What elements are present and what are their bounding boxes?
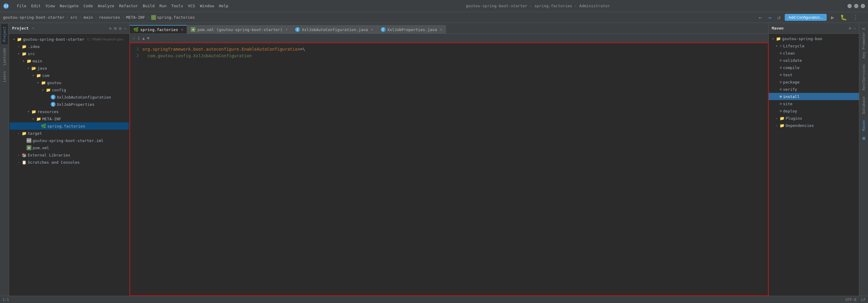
tree-item-resources[interactable]: ▾ 📁 resources: [10, 108, 129, 115]
maven-m-tab[interactable]: m: [860, 134, 868, 142]
tab-xxljob-config[interactable]: C XxlJobAutoConfiguration.java ✕: [291, 25, 377, 33]
tab-label-xxljobconfig: XxlJobAutoConfiguration.java: [302, 27, 368, 32]
breadcrumb-item-0[interactable]: goutou-spring-boot-starter: [3, 15, 65, 20]
maven-label-compile: compile: [783, 65, 800, 70]
folder-icon-target: 📁: [22, 131, 27, 136]
tree-item-root[interactable]: ▾ 📁 goutou-spring-boot-starter C:\MyWork…: [10, 36, 129, 43]
scroll-down-icon[interactable]: ▼: [147, 36, 149, 40]
menu-window[interactable]: Window: [200, 4, 214, 8]
chevron-metainf: ▾: [31, 117, 35, 121]
panel-minimize-icon[interactable]: —: [124, 26, 126, 31]
tree-item-main[interactable]: ▾ 📁 main: [10, 57, 129, 65]
tab-label-xxljobprops: XxlJobProperties.java: [388, 27, 437, 32]
menu-view[interactable]: View: [45, 4, 55, 8]
back-button[interactable]: ←: [757, 13, 764, 21]
maven-item-compile[interactable]: ⚙ compile: [769, 64, 859, 71]
tab-close-factories[interactable]: ✕: [181, 27, 183, 32]
rest-services-tab[interactable]: RestServices: [861, 62, 867, 93]
tree-item-src[interactable]: ▾ 📁 src: [10, 50, 129, 57]
refresh-button[interactable]: ↺: [775, 13, 782, 21]
breadcrumb-item-5[interactable]: spring.factories: [157, 15, 195, 20]
forward-button[interactable]: →: [766, 13, 773, 21]
maven-item-plugins[interactable]: › 📁 Plugins: [769, 114, 859, 122]
key-promoter-tab[interactable]: Key Promoter X: [861, 25, 867, 61]
menu-file[interactable]: File: [17, 4, 26, 8]
maximize-button[interactable]: □: [854, 4, 858, 8]
minimize-button[interactable]: —: [847, 4, 852, 8]
tree-item-extlibs[interactable]: › 📚 External Libraries: [10, 152, 129, 159]
debug-button[interactable]: 🐛: [838, 13, 849, 21]
menu-edit[interactable]: Edit: [31, 4, 40, 8]
maven-label-site: site: [783, 102, 792, 106]
file-tree: ▾ 📁 goutou-spring-boot-starter C:\MyWork…: [9, 34, 129, 296]
tree-item-com[interactable]: ▾ 📁 com: [10, 72, 129, 79]
panel-settings-icon[interactable]: ⚙: [119, 26, 121, 31]
maven-item-root[interactable]: ▾ 📁 goutou-spring-boo: [769, 35, 859, 42]
tree-item-springfactories[interactable]: 🌿 spring.factories: [10, 123, 129, 130]
tree-item-target[interactable]: › 📁 target: [10, 130, 129, 137]
maven-tab-right[interactable]: Maven: [861, 117, 867, 133]
tree-item-iml[interactable]: iml goutou-spring-boot-starter.iml: [10, 137, 129, 144]
tree-item-config[interactable]: ▾ 📁 config: [10, 86, 129, 94]
breadcrumb-item-2[interactable]: main: [84, 15, 93, 20]
tree-item-scratches[interactable]: › 📋 Scratches and Consoles: [10, 159, 129, 166]
learn-tab-left[interactable]: Learn: [1, 69, 8, 85]
maven-item-dependencies[interactable]: › 📁 Dependencies: [769, 122, 859, 129]
maven-item-deploy[interactable]: ⚙ deploy: [769, 107, 859, 114]
leetcode-tab-left[interactable]: Leetcode: [1, 45, 8, 68]
breadcrumb-item-1[interactable]: src: [70, 15, 77, 20]
maven-item-clean[interactable]: ⚙ clean: [769, 49, 859, 57]
maven-item-verify[interactable]: ⚙ verify: [769, 86, 859, 93]
tree-item-xxljobconfig[interactable]: C XxlJobAutoConfiguration: [10, 94, 129, 101]
maven-item-validate[interactable]: ⚙ validate: [769, 57, 859, 64]
breadcrumb-sep-1: ›: [79, 15, 82, 20]
tree-label-src: src: [28, 52, 35, 56]
maven-minimize-icon[interactable]: —: [854, 26, 856, 30]
close-button[interactable]: ✕: [861, 4, 865, 8]
tree-item-xxljobprops[interactable]: C XxlJobProperties: [10, 101, 129, 108]
maven-item-site[interactable]: ⚙ site: [769, 100, 859, 107]
tree-item-goutou[interactable]: ▾ 📁 goutou: [10, 79, 129, 86]
run-button[interactable]: ▶: [829, 13, 836, 21]
database-tab[interactable]: Database: [861, 94, 867, 116]
collapse-all-icon[interactable]: ⊞: [114, 26, 117, 31]
maven-item-package[interactable]: ⚙ package: [769, 78, 859, 86]
tab-pom-xml[interactable]: m pom.xml (goutou-spring-boot-starter) ✕: [187, 25, 291, 33]
locate-in-project-icon[interactable]: ⊙: [109, 26, 111, 31]
maven-panel-title: Maven: [772, 26, 783, 30]
breadcrumb-item-4[interactable]: META-INF: [126, 15, 145, 20]
project-tab-left[interactable]: Project: [1, 24, 8, 44]
toolbar-more[interactable]: ⋮: [851, 13, 860, 21]
menu-analyze[interactable]: Analyze: [98, 4, 114, 8]
menu-vcs[interactable]: VCS: [188, 4, 195, 8]
maven-settings-icon[interactable]: ⚙: [849, 26, 851, 30]
tab-xxljob-props[interactable]: C XxlJobProperties.java ✕: [377, 25, 446, 33]
tree-label-config: config: [52, 88, 66, 92]
maven-label-clean: clean: [783, 51, 795, 56]
tab-close-pom[interactable]: ✕: [285, 27, 287, 32]
tree-item-idea[interactable]: › 📁 .idea: [10, 43, 129, 50]
menu-build[interactable]: Build: [143, 4, 154, 8]
tab-spring-factories[interactable]: 🌿 spring.factories ✕: [130, 25, 187, 33]
menu-tools[interactable]: Tools: [172, 4, 183, 8]
tab-close-xxljobprops[interactable]: ✕: [440, 27, 442, 32]
add-configuration-button[interactable]: Add Configuration...: [785, 14, 827, 21]
scroll-up-icon[interactable]: ▲: [143, 36, 145, 40]
tree-item-metainf[interactable]: ▾ 📁 META-INF: [10, 115, 129, 123]
maven-item-test[interactable]: ⚙ test: [769, 71, 859, 78]
code-editor[interactable]: 1 org.springframework.boot.autoconfigure…: [130, 43, 769, 296]
tree-item-java[interactable]: ▾ 📂 java: [10, 65, 129, 72]
breadcrumb-sep-3: ›: [122, 15, 124, 20]
menu-help[interactable]: Help: [219, 4, 228, 8]
maven-item-lifecycle[interactable]: ▾ ⚡ Lifecycle: [769, 42, 859, 49]
breadcrumb-item-3[interactable]: resources: [99, 15, 120, 20]
menu-bar[interactable]: File Edit View Navigate Code Analyze Ref…: [17, 4, 228, 8]
tab-close-xxljobconfig[interactable]: ✕: [371, 27, 373, 32]
menu-code[interactable]: Code: [84, 4, 93, 8]
maven-item-install[interactable]: ⚙ install: [769, 93, 859, 100]
panel-dropdown-icon[interactable]: ▾: [32, 26, 34, 30]
menu-run[interactable]: Run: [159, 4, 166, 8]
tree-item-pom[interactable]: m pom.xml: [10, 144, 129, 152]
menu-refactor[interactable]: Refactor: [119, 4, 138, 8]
menu-navigate[interactable]: Navigate: [60, 4, 79, 8]
